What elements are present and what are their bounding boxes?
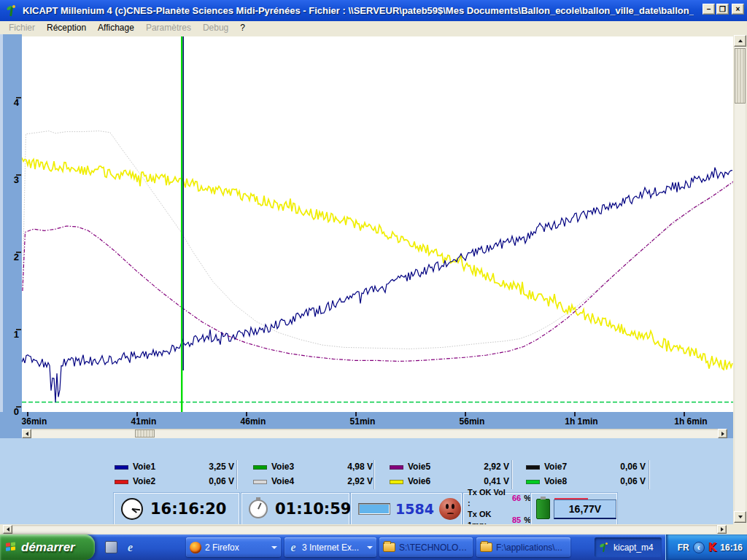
bottom-scrollbar-track[interactable]	[12, 525, 717, 534]
chevron-down-icon[interactable]	[367, 546, 373, 549]
v-scrollbar-column	[733, 34, 747, 524]
right-arrow-icon	[721, 432, 724, 436]
start-button[interactable]: démarrer	[0, 534, 95, 560]
x-axis-label-6: 1h 6min	[660, 416, 721, 427]
language-indicator[interactable]: FR	[678, 542, 689, 553]
legend-channel-label: Voie8	[544, 476, 567, 486]
v-scroll-up-button[interactable]	[734, 35, 746, 47]
legend-separator	[511, 460, 513, 489]
battery-icon	[536, 499, 550, 519]
legend-channel-value: 4,98 V	[320, 462, 373, 472]
legend-separator	[374, 460, 375, 489]
folder-icon	[480, 542, 492, 552]
time-cursor-line[interactable]	[181, 36, 182, 412]
minimize-button[interactable]: –	[703, 4, 715, 15]
taskbar-button-folder-f[interactable]: F:\applications\...	[476, 537, 570, 557]
legend-channel-value: 2,92 V	[457, 462, 509, 472]
legend-channel-value: 0,41 V	[457, 476, 509, 486]
status-face-icon	[439, 498, 461, 520]
stopwatch-icon	[249, 499, 268, 518]
bottom-scrollbar-strip	[0, 524, 747, 534]
taskbar-button-label: kicapt_m4	[614, 542, 654, 553]
close-button[interactable]: ×	[732, 4, 744, 15]
title-bar[interactable]: KICAPT Millenium 4 (c)CNES-Planète Scien…	[0, 0, 747, 21]
taskbar-button-internet-explorer[interactable]: e3 Internet Ex...	[285, 537, 376, 557]
h-scroll-right-button[interactable]	[718, 429, 727, 438]
left-arrow-icon	[7, 527, 9, 532]
language-bar-arrow-icon[interactable]: ‹	[693, 542, 705, 553]
menu-item-affichage[interactable]: Affichage	[92, 22, 140, 34]
legend-color-chip	[526, 465, 540, 470]
telemetry-chart	[22, 36, 733, 412]
desktop: KICAPT Millenium 4 (c)CNES-Planète Scien…	[0, 0, 747, 560]
x-axis-label-1: 41min	[113, 416, 174, 427]
frame-progress-bar	[358, 503, 390, 515]
taskbar: démarrer e FR ‹ K 16:16 2 Firefoxe3 Inte…	[0, 534, 747, 560]
quicklaunch-app-icon[interactable]	[105, 541, 117, 553]
frame-box: 1584	[352, 494, 461, 524]
y-axis-label-3: 3	[0, 174, 19, 186]
tray-clock[interactable]: 16:16	[720, 542, 743, 553]
legend-item-voie3: Voie34,98 V	[253, 461, 376, 474]
h-scrollbar-thumb[interactable]	[135, 429, 155, 438]
menu-item-aide[interactable]: ?	[234, 22, 251, 34]
chevron-down-icon[interactable]	[271, 546, 277, 549]
taskbar-button-kicapt[interactable]: kicapt_m4	[595, 537, 662, 557]
taskbar-button-label: S:\TECHNOLOG...	[399, 542, 469, 553]
taskbar-button-folder-s[interactable]: S:\TECHNOLOG...	[379, 537, 473, 557]
v-scrollbar-thumb[interactable]	[735, 48, 746, 104]
legend-channel-label: Voie6	[408, 476, 430, 486]
menu-item-debug[interactable]: Debug	[197, 22, 234, 34]
clock-box: 16:16:20	[115, 494, 239, 524]
legend-channel-label: Voie4	[271, 476, 294, 486]
battery-voltage-display: 16,77V	[554, 499, 616, 519]
clock-icon	[121, 498, 143, 520]
legend-channel-label: Voie5	[408, 462, 430, 472]
tx-ok-vol-value: 66	[509, 493, 521, 504]
menu-item-reception[interactable]: Réception	[41, 22, 92, 34]
maximize-button[interactable]: ❐	[716, 4, 729, 15]
menu-item-parametres[interactable]: Paramètres	[140, 22, 197, 34]
ie-icon: e	[288, 541, 298, 553]
folder-icon	[383, 542, 395, 552]
chart-plot-area[interactable]	[22, 36, 733, 412]
legend-item-voie8: Voie80,06 V	[526, 475, 649, 489]
legend-color-chip	[115, 465, 128, 470]
bottom-scroll-right-button[interactable]	[717, 525, 727, 534]
h-scroll-left-button[interactable]	[22, 429, 31, 438]
quicklaunch-ie-icon[interactable]: e	[124, 541, 136, 553]
right-arrow-icon	[721, 527, 724, 532]
legend-separator	[236, 460, 238, 489]
legend-channel-label: Voie1	[133, 462, 155, 472]
legend-item-voie4: Voie42,92 V	[253, 475, 376, 489]
clock-time: 16:16:20	[150, 500, 226, 518]
tx-box: Tx OK Vol : 66 % Tx OK 1mn: 85 %	[464, 494, 531, 524]
x-axis-label-4: 56min	[441, 416, 503, 427]
tx-ok-vol-unit: %	[524, 493, 531, 504]
menu-bar: FichierRéceptionAffichageParamètresDebug…	[0, 21, 747, 34]
series-voie4-line	[23, 131, 733, 349]
tx-ok-vol-row: Tx OK Vol : 66 %	[468, 487, 531, 509]
frame-count: 1584	[395, 501, 434, 517]
app-icon	[4, 4, 18, 18]
legend-item-voie5: Voie52,92 V	[390, 461, 512, 474]
legend-channel-value: 0,06 V	[593, 476, 646, 486]
x-axis-label-5: 1h 1min	[551, 416, 612, 427]
bottom-scroll-left-button[interactable]	[3, 525, 12, 534]
v-scroll-down-button[interactable]	[734, 511, 746, 523]
v-scrollbar-track[interactable]	[734, 35, 746, 524]
taskbar-button-label: 2 Firefox	[205, 542, 239, 553]
legend-color-chip	[390, 480, 403, 484]
legend-channel-label: Voie3	[271, 462, 294, 472]
elapsed-box: 01:10:59	[242, 494, 349, 524]
taskbar-button-label: 3 Internet Ex...	[302, 542, 359, 553]
h-scrollbar-track[interactable]	[22, 429, 727, 438]
time-cursor-core-line	[182, 36, 184, 370]
antivirus-tray-icon[interactable]: K	[708, 541, 717, 554]
legend-channel-value: 3,25 V	[182, 462, 234, 472]
legend-channel-value: 0,06 V	[593, 462, 646, 472]
y-axis-label-2: 2	[0, 252, 19, 263]
menu-item-fichier[interactable]: Fichier	[3, 22, 41, 34]
series-voie6-line	[22, 158, 732, 370]
taskbar-button-firefox[interactable]: 2 Firefox	[186, 537, 281, 557]
